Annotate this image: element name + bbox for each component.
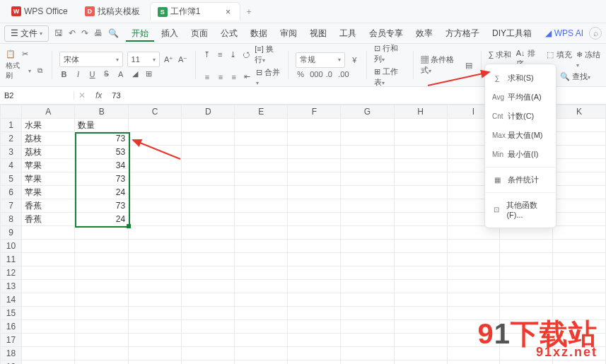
cell-K3[interactable] bbox=[552, 146, 605, 159]
underline-icon[interactable]: U bbox=[88, 70, 98, 78]
cell-C7[interactable] bbox=[129, 199, 182, 213]
freeze-button[interactable]: ❄ 冻结▾ bbox=[576, 49, 600, 69]
cell-G7[interactable] bbox=[341, 199, 394, 213]
cell-K8[interactable] bbox=[552, 213, 605, 226]
decrease-font-icon[interactable]: A⁻ bbox=[178, 55, 188, 64]
currency-icon[interactable]: ¥ bbox=[349, 56, 359, 64]
paste-icon[interactable]: 📋 bbox=[6, 49, 16, 59]
cell-B6[interactable]: 24 bbox=[75, 186, 129, 199]
cell-G5[interactable] bbox=[341, 172, 394, 186]
cell-K7[interactable] bbox=[552, 199, 605, 213]
number-format-combo[interactable]: 常规▾ bbox=[296, 52, 345, 68]
row-header[interactable]: 5 bbox=[1, 172, 22, 186]
cell-J15[interactable] bbox=[500, 307, 553, 320]
cell-A19[interactable] bbox=[21, 360, 75, 365]
cell-I12[interactable] bbox=[447, 266, 499, 280]
cell-E15[interactable] bbox=[235, 307, 288, 320]
cell-H16[interactable] bbox=[394, 320, 447, 334]
cancel-icon[interactable]: ✕ bbox=[74, 90, 90, 100]
cell-D8[interactable] bbox=[182, 213, 235, 226]
cell-E4[interactable] bbox=[235, 159, 288, 172]
align-left-icon[interactable]: ≡ bbox=[203, 73, 212, 81]
cell-I13[interactable] bbox=[447, 280, 499, 293]
comma-icon[interactable]: 000 bbox=[310, 70, 320, 78]
menu-diy[interactable]: DIY工具箱 bbox=[486, 25, 537, 42]
fill-color-icon[interactable]: ◢ bbox=[130, 69, 140, 78]
cell-D17[interactable] bbox=[182, 334, 235, 347]
cell-F17[interactable] bbox=[288, 334, 341, 347]
workbook-tab[interactable]: S工作簿1× bbox=[150, 2, 241, 20]
cell-I17[interactable] bbox=[447, 334, 499, 347]
cell-C13[interactable] bbox=[129, 280, 182, 293]
row-header[interactable]: 16 bbox=[1, 320, 22, 334]
align-middle-icon[interactable]: ≡ bbox=[216, 50, 224, 59]
cell-H5[interactable] bbox=[394, 172, 447, 186]
row-header[interactable]: 7 bbox=[1, 199, 22, 213]
cell-D15[interactable] bbox=[182, 307, 235, 320]
row-header[interactable]: 11 bbox=[1, 253, 22, 266]
cell-K9[interactable] bbox=[552, 226, 605, 240]
cell-K16[interactable] bbox=[552, 320, 605, 334]
cell-F19[interactable] bbox=[288, 360, 341, 365]
orientation-icon[interactable]: ⭯ bbox=[242, 50, 250, 59]
cell-I16[interactable] bbox=[447, 320, 499, 334]
cell-A1[interactable]: 水果 bbox=[21, 119, 75, 132]
cell-A14[interactable] bbox=[21, 293, 75, 307]
cell-D9[interactable] bbox=[182, 226, 235, 240]
name-box[interactable]: B2 bbox=[0, 91, 74, 100]
cell-A6[interactable]: 苹果 bbox=[21, 186, 75, 199]
new-tab-button[interactable]: ＋ bbox=[243, 6, 255, 17]
cell-B19[interactable] bbox=[75, 360, 129, 365]
border-icon[interactable]: ⊞ bbox=[144, 69, 154, 78]
cell-H7[interactable] bbox=[394, 199, 447, 213]
fx-icon[interactable]: fx bbox=[90, 90, 107, 100]
cell-C17[interactable] bbox=[129, 334, 182, 347]
find-button[interactable]: 🔍 查找▾ bbox=[560, 71, 590, 82]
cell-H13[interactable] bbox=[394, 280, 447, 293]
cond-format-button[interactable]: ▦ 条件格式▾ bbox=[421, 54, 460, 76]
cell-D5[interactable] bbox=[182, 172, 235, 186]
cell-H8[interactable] bbox=[394, 213, 447, 226]
print-icon[interactable]: 🖶 bbox=[94, 28, 103, 38]
cell-C15[interactable] bbox=[129, 307, 182, 320]
cell-H10[interactable] bbox=[394, 240, 447, 253]
row-header[interactable]: 8 bbox=[1, 213, 22, 226]
cell-C19[interactable] bbox=[129, 360, 182, 365]
rowcol-button[interactable]: ⊡ 行和列▾ bbox=[374, 43, 406, 64]
menu-member[interactable]: 会员专享 bbox=[363, 25, 409, 42]
cell-K4[interactable] bbox=[552, 159, 605, 172]
template-tab[interactable]: D找稿夹模板 bbox=[78, 3, 147, 20]
align-right-icon[interactable]: ≡ bbox=[229, 73, 238, 81]
cell-E1[interactable] bbox=[235, 119, 288, 132]
menu-sum[interactable]: ∑求和(S) bbox=[485, 69, 556, 88]
cell-F13[interactable] bbox=[288, 280, 341, 293]
cell-B7[interactable]: 73 bbox=[75, 199, 129, 213]
cell-H3[interactable] bbox=[394, 146, 447, 159]
row-header[interactable]: 9 bbox=[1, 226, 22, 240]
cell-K12[interactable] bbox=[552, 266, 605, 280]
cell-B16[interactable] bbox=[75, 320, 129, 334]
cell-C4[interactable] bbox=[129, 159, 182, 172]
sheet-button[interactable]: ⊞ 工作表▾ bbox=[374, 66, 406, 88]
row-header[interactable]: 4 bbox=[1, 159, 22, 172]
col-header[interactable]: B bbox=[75, 105, 129, 119]
cell-D18[interactable] bbox=[182, 347, 235, 360]
increase-font-icon[interactable]: A⁺ bbox=[164, 55, 174, 64]
cell-G16[interactable] bbox=[341, 320, 394, 334]
cell-K10[interactable] bbox=[552, 240, 605, 253]
cell-E8[interactable] bbox=[235, 213, 288, 226]
cut-icon[interactable]: ✂ bbox=[20, 49, 30, 59]
menu-min[interactable]: Min最小值(I) bbox=[485, 145, 556, 164]
strike-icon[interactable]: S̶ bbox=[102, 69, 112, 78]
menu-view[interactable]: 视图 bbox=[304, 25, 332, 42]
cell-B14[interactable] bbox=[75, 293, 129, 307]
col-header[interactable]: G bbox=[341, 105, 394, 119]
menu-cube[interactable]: 方方格子 bbox=[440, 25, 485, 42]
cell-E16[interactable] bbox=[235, 320, 288, 334]
cell-B4[interactable]: 34 bbox=[75, 159, 129, 172]
cell-I15[interactable] bbox=[447, 307, 499, 320]
cell-C10[interactable] bbox=[129, 240, 182, 253]
cell-G19[interactable] bbox=[341, 360, 394, 365]
menu-formula[interactable]: 公式 bbox=[215, 25, 243, 42]
cell-B13[interactable] bbox=[75, 280, 129, 293]
